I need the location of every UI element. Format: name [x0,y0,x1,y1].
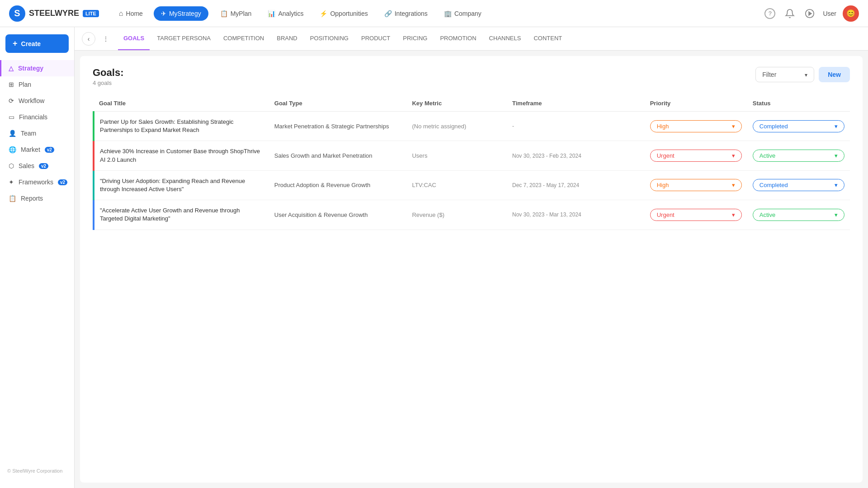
goal-timeframe-cell: Nov 30, 2023 - Mar 13, 2024 [507,200,645,230]
plan-icon: ⊞ [9,81,14,88]
new-goal-button[interactable]: New [819,67,850,82]
user-name[interactable]: User [823,10,836,17]
goal-type-cell: Market Penetration & Strategic Partnersh… [269,112,407,141]
status-label: Active [760,211,775,218]
goal-status-cell: Active ▾ [747,141,850,170]
tab-more-button[interactable]: ⋮ [99,32,113,46]
status-label: Completed [760,123,788,130]
goal-title-cell: "Accelerate Active User Growth and Reven… [94,200,269,230]
tab-content[interactable]: CONTENT [528,27,567,51]
tab-goals[interactable]: GOALS [118,27,150,51]
goal-title-cell: "Driving User Adoption: Expanding Reach … [94,170,269,200]
sidebar-item-strategy[interactable]: △ Strategy [0,60,74,76]
mystrategy-nav-item[interactable]: MyStrategy [154,6,208,21]
status-badge[interactable]: Active ▾ [753,150,844,162]
market-icon: 🌐 [9,146,16,153]
myplan-icon: 📋 [220,10,228,17]
priority-chevron-icon: ▾ [732,182,735,188]
status-chevron-icon: ▾ [835,123,838,130]
create-button[interactable]: + Create [5,34,69,53]
status-badge[interactable]: Completed ▾ [753,120,844,132]
sidebar-item-workflow[interactable]: ⟳ Workflow [0,93,74,109]
sales-icon: ⬡ [9,162,14,169]
goals-header: Goals: 4 goals Filter New [93,67,850,86]
frameworks-icon: ✦ [9,178,14,186]
table-header-row: Goal Title Goal Type Key Metric Timefram… [94,95,850,112]
home-label: Home [126,10,143,17]
tab-brand[interactable]: BRAND [271,27,303,51]
create-plus-icon: + [13,39,18,48]
goals-count: 4 goals [93,80,123,86]
user-avatar[interactable]: 😊 [843,5,859,22]
tab-positioning[interactable]: POSITIONING [305,27,354,51]
tab-promotion[interactable]: PROMOTION [434,27,481,51]
help-icon[interactable]: ? [763,7,777,20]
priority-label: Urgent [657,152,675,159]
col-goal-type: Goal Type [269,95,407,112]
nav-company[interactable]: 🏢 Company [437,6,489,21]
goals-title-area: Goals: 4 goals [93,67,123,86]
priority-badge[interactable]: Urgent ▾ [650,150,742,162]
tab-target-persona[interactable]: TARGET PERSONA [151,27,216,51]
goal-metric-cell: LTV:CAC [406,170,507,200]
nav-right-controls: ? User 😊 [763,5,859,22]
sidebar-item-market[interactable]: 🌐 Market v2 [0,141,74,158]
goal-priority-cell: High ▾ [645,112,747,141]
tab-competition[interactable]: COMPETITION [218,27,269,51]
goal-title-cell: Achieve 30% Increase in Customer Base th… [94,141,269,170]
table-row: "Accelerate Active User Growth and Reven… [94,200,850,230]
priority-badge[interactable]: High ▾ [650,120,742,132]
sales-badge: v2 [39,163,48,169]
goals-table-body: Partner Up for Sales Growth: Establishin… [94,112,850,230]
nav-integrations[interactable]: 🔗 Integrations [377,6,435,21]
goal-status-cell: Completed ▾ [747,170,850,200]
tab-pricing[interactable]: PRICING [397,27,433,51]
sidebar-item-frameworks[interactable]: ✦ Frameworks v2 [0,174,74,190]
sidebar-item-sales[interactable]: ⬡ Sales v2 [0,158,74,174]
goal-type-cell: Sales Growth and Market Penetration [269,141,407,170]
nav-analytics[interactable]: 📊 Analytics [260,6,311,21]
main-nav-items: 📋 MyPlan 📊 Analytics ⚡ Opportunities 🔗 I… [213,6,764,21]
team-icon: 👤 [9,130,16,137]
tab-back-button[interactable]: ‹ [82,32,95,46]
tab-product[interactable]: PRODUCT [356,27,396,51]
priority-badge[interactable]: High ▾ [650,179,742,191]
app-name: STEELWYRE [29,9,79,18]
sidebar-create-area: + Create [5,34,69,53]
sidebar-item-team[interactable]: 👤 Team [0,125,74,141]
status-badge[interactable]: Completed ▾ [753,179,844,191]
status-badge[interactable]: Active ▾ [753,209,844,221]
dots-icon: ⋮ [103,35,109,42]
goal-priority-cell: High ▾ [645,170,747,200]
strategy-icon: △ [9,65,14,72]
reports-icon: 📋 [9,195,16,202]
col-priority: Priority [645,95,747,112]
sidebar: + Create △ Strategy ⊞ Plan ⟳ Workflow ▭ … [0,27,75,488]
status-chevron-icon: ▾ [835,211,838,218]
table-row: Partner Up for Sales Growth: Establishin… [94,112,850,141]
sidebar-item-reports[interactable]: 📋 Reports [0,190,74,206]
table-row: "Driving User Adoption: Expanding Reach … [94,170,850,200]
col-goal-title: Goal Title [94,95,269,112]
notifications-icon[interactable] [783,7,797,20]
nav-opportunities[interactable]: ⚡ Opportunities [312,6,375,21]
filter-dropdown[interactable]: Filter [755,67,814,82]
status-chevron-icon: ▾ [835,152,838,159]
goal-timeframe-cell: Dec 7, 2023 - May 17, 2024 [507,170,645,200]
priority-badge[interactable]: Urgent ▾ [650,209,742,221]
svg-marker-1 [809,12,812,15]
home-nav-item[interactable]: Home [113,6,149,21]
goal-metric-cell: (No metric assigned) [406,112,507,141]
sidebar-item-plan[interactable]: ⊞ Plan [0,76,74,93]
goal-metric-cell: Revenue ($) [406,200,507,230]
filter-chevron-icon [805,71,807,78]
tab-channels[interactable]: CHANNELS [484,27,527,51]
priority-chevron-icon: ▾ [732,152,735,159]
play-icon[interactable] [803,7,816,20]
goal-timeframe-cell: Nov 30, 2023 - Feb 23, 2024 [507,141,645,170]
status-chevron-icon: ▾ [835,182,838,188]
logo-icon: S [9,5,25,22]
sidebar-item-financials[interactable]: ▭ Financials [0,109,74,125]
nav-myplan[interactable]: 📋 MyPlan [213,6,259,21]
status-label: Active [760,152,775,159]
